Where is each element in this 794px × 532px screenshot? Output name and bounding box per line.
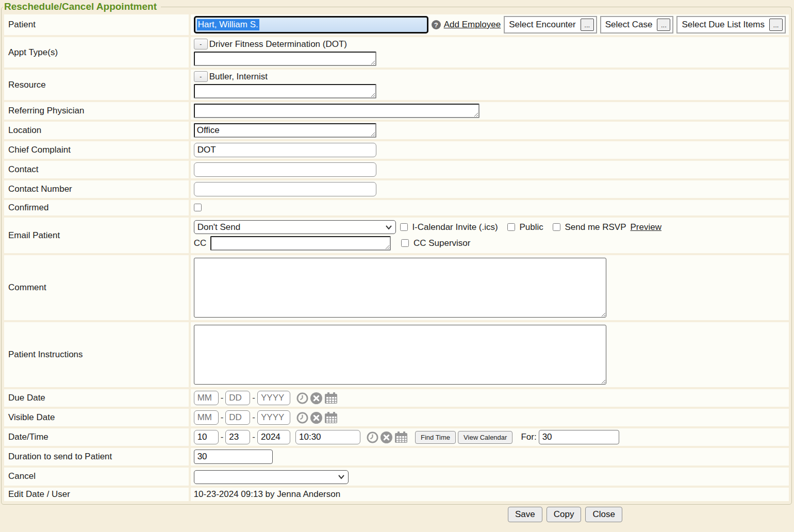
select-encounter-label: Select Encounter <box>509 20 575 30</box>
contact-input[interactable] <box>194 162 376 177</box>
email-send-select[interactable]: Don't Send <box>194 220 396 234</box>
date-time-time-icon[interactable] <box>367 431 378 443</box>
select-due-list-button[interactable]: ... <box>769 19 783 31</box>
ical-invite-checkbox[interactable] <box>400 223 408 231</box>
row-cancel: Cancel <box>4 468 789 486</box>
referring-physician-input[interactable] <box>194 104 479 118</box>
email-patient-label: Email Patient <box>8 230 60 240</box>
duration-label: Duration to send to Patient <box>8 452 112 461</box>
patient-instructions-label: Patient Instructions <box>8 350 83 359</box>
row-resource: Resource - Butler, Internist <box>4 70 789 100</box>
due-date-month-input[interactable] <box>194 391 219 405</box>
date-separator: - <box>252 393 255 403</box>
row-visible-date: Visible Date - - <box>4 409 789 426</box>
remove-appt-type-button[interactable]: - <box>194 39 208 49</box>
appt-type-input[interactable] <box>194 52 376 66</box>
cc-supervisor-label: CC Supervisor <box>413 238 471 248</box>
visible-date-calendar-icon[interactable] <box>324 412 338 424</box>
add-employee-link[interactable]: Add Employee <box>444 20 501 30</box>
comment-input[interactable] <box>194 258 606 318</box>
visible-date-clear-icon[interactable] <box>310 412 322 424</box>
save-button[interactable]: Save <box>508 507 542 522</box>
due-date-calendar-icon[interactable] <box>324 392 338 404</box>
preview-link[interactable]: Preview <box>631 222 661 232</box>
appt-type-selected: Driver Fitness Determination (DOT) <box>209 39 347 49</box>
visible-date-time-icon[interactable] <box>296 412 308 424</box>
contact-label: Contact <box>8 164 39 174</box>
help-icon[interactable]: ? <box>432 20 441 29</box>
cancel-label: Cancel <box>8 471 36 481</box>
date-separator: - <box>221 412 224 423</box>
row-date-time: Date/Time - - <box>4 428 789 446</box>
date-separator: - <box>252 432 255 442</box>
footer-actions: Save Copy Close <box>0 507 794 522</box>
due-date-clear-icon[interactable] <box>310 392 322 404</box>
due-date-time-icon[interactable] <box>296 392 308 404</box>
public-checkbox[interactable] <box>507 223 515 231</box>
visible-date-month-input[interactable] <box>194 410 219 425</box>
find-time-button[interactable]: Find Time <box>415 431 456 444</box>
chevron-down-icon <box>385 225 392 230</box>
date-time-month-input[interactable] <box>194 430 219 444</box>
ical-invite-label: I-Calendar Invite (.ics) <box>412 222 498 232</box>
date-time-day-input[interactable] <box>225 430 250 444</box>
send-me-rsvp-checkbox[interactable] <box>553 223 560 231</box>
row-patient-instructions: Patient Instructions <box>4 322 789 387</box>
row-email-patient: Email Patient Don't Send I-Calendar Invi… <box>4 218 789 253</box>
cc-supervisor-checkbox[interactable] <box>401 239 409 247</box>
select-encounter-group: Select Encounter ... <box>504 16 597 34</box>
cancel-select[interactable] <box>194 470 349 484</box>
row-appt-type: Appt Type(s) - Driver Fitness Determinat… <box>4 37 789 68</box>
row-chief-complaint: Chief Complaint <box>4 141 789 159</box>
chief-complaint-input[interactable] <box>194 143 376 157</box>
visible-date-label: Visible Date <box>8 412 55 422</box>
time-input[interactable] <box>295 430 360 444</box>
row-contact: Contact <box>4 161 789 178</box>
select-encounter-button[interactable]: ... <box>581 19 594 31</box>
cc-input[interactable] <box>210 236 391 251</box>
chevron-down-icon <box>338 474 345 479</box>
appointment-form: Reschedule/Cancel Appointment Patient Ha… <box>1 1 792 505</box>
patient-label: Patient <box>8 20 36 29</box>
edit-date-user-label: Edit Date / User <box>8 489 70 499</box>
row-referring-physician: Referring Physician <box>4 102 789 120</box>
appt-type-label: Appt Type(s) <box>8 47 58 57</box>
date-time-year-input[interactable] <box>257 430 290 444</box>
location-input[interactable]: Office <box>194 123 376 138</box>
resource-input[interactable] <box>194 84 376 98</box>
confirmed-checkbox[interactable] <box>194 204 202 211</box>
contact-number-input[interactable] <box>194 182 376 196</box>
row-due-date: Due Date - - <box>4 389 789 407</box>
close-button[interactable]: Close <box>585 507 622 522</box>
date-time-label: Date/Time <box>8 432 48 442</box>
date-separator: - <box>252 412 255 423</box>
row-location: Location Office <box>4 122 789 139</box>
date-time-clear-icon[interactable] <box>381 431 392 443</box>
remove-resource-button[interactable]: - <box>194 71 208 82</box>
form-table: Patient Hart, William S. ? Add Employee … <box>2 12 791 503</box>
patient-instructions-input[interactable] <box>194 325 606 385</box>
visible-date-year-input[interactable] <box>257 410 290 425</box>
resource-selected: Butler, Internist <box>209 72 268 82</box>
page-title: Reschedule/Cancel Appointment <box>3 1 161 12</box>
duration-input[interactable] <box>194 450 273 464</box>
select-due-list-group: Select Due List Items ... <box>676 16 786 34</box>
edit-date-user-value: 10-23-2024 09:13 by Jenna Anderson <box>194 489 341 499</box>
referring-physician-label: Referring Physician <box>8 106 84 115</box>
patient-input[interactable]: Hart, William S. <box>194 16 428 34</box>
date-time-calendar-icon[interactable] <box>394 431 408 443</box>
copy-button[interactable]: Copy <box>547 507 582 522</box>
confirmed-label: Confirmed <box>8 203 48 212</box>
row-contact-number: Contact Number <box>4 180 789 198</box>
for-label: For: <box>521 432 536 442</box>
for-duration-input[interactable] <box>539 430 619 444</box>
due-date-year-input[interactable] <box>257 391 290 405</box>
view-calendar-button[interactable]: View Calendar <box>458 431 512 444</box>
select-case-label: Select Case <box>605 20 653 30</box>
visible-date-day-input[interactable] <box>225 410 250 425</box>
comment-label: Comment <box>8 282 46 292</box>
contact-number-label: Contact Number <box>8 184 72 194</box>
select-case-button[interactable]: ... <box>657 19 670 31</box>
resource-label: Resource <box>8 80 46 90</box>
due-date-day-input[interactable] <box>225 391 250 405</box>
